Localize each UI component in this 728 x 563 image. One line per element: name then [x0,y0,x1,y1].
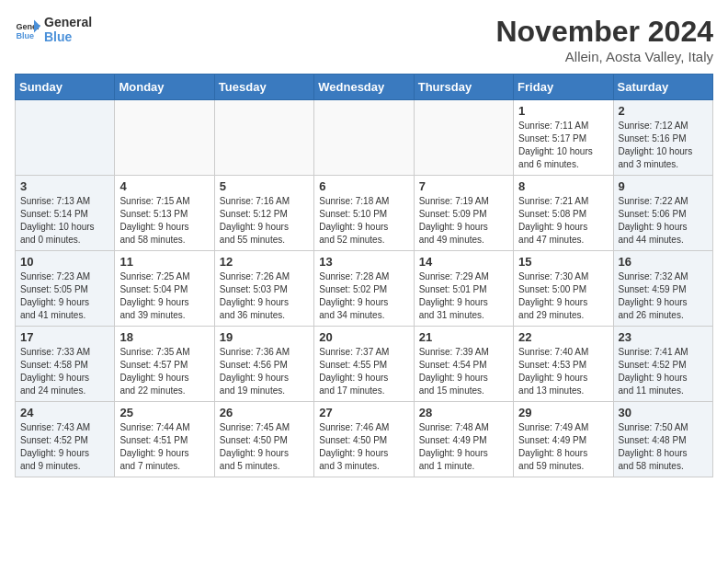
calendar-cell: 3Sunrise: 7:13 AM Sunset: 5:14 PM Daylig… [16,176,115,251]
day-number: 17 [20,330,109,344]
day-info: Sunrise: 7:46 AM Sunset: 4:50 PM Dayligh… [319,421,408,473]
calendar-cell: 9Sunrise: 7:22 AM Sunset: 5:06 PM Daylig… [613,176,712,251]
day-info: Sunrise: 7:28 AM Sunset: 5:02 PM Dayligh… [319,270,408,322]
week-row-1: 1Sunrise: 7:11 AM Sunset: 5:17 PM Daylig… [16,100,713,176]
day-info: Sunrise: 7:35 AM Sunset: 4:57 PM Dayligh… [119,346,209,397]
calendar-cell: 29Sunrise: 7:49 AM Sunset: 4:49 PM Dayli… [514,402,613,477]
svg-text:Blue: Blue [16,31,34,40]
weekday-header-saturday: Saturday [613,75,712,100]
weekday-header-row: SundayMondayTuesdayWednesdayThursdayFrid… [16,75,713,100]
day-number: 9 [619,179,708,193]
calendar-cell [16,100,115,176]
day-info: Sunrise: 7:19 AM Sunset: 5:09 PM Dayligh… [419,195,508,247]
weekday-header-tuesday: Tuesday [214,75,313,100]
day-number: 22 [518,330,608,344]
day-info: Sunrise: 7:22 AM Sunset: 5:06 PM Dayligh… [619,195,708,247]
day-number: 19 [220,330,309,344]
calendar-cell: 5Sunrise: 7:16 AM Sunset: 5:12 PM Daylig… [214,176,313,251]
calendar-cell: 1Sunrise: 7:11 AM Sunset: 5:17 PM Daylig… [514,100,613,176]
week-row-4: 17Sunrise: 7:33 AM Sunset: 4:58 PM Dayli… [16,327,713,402]
calendar-cell: 22Sunrise: 7:40 AM Sunset: 4:53 PM Dayli… [514,327,613,402]
calendar-cell [414,100,513,176]
week-row-5: 24Sunrise: 7:43 AM Sunset: 4:52 PM Dayli… [16,402,713,477]
calendar-cell: 10Sunrise: 7:23 AM Sunset: 5:05 PM Dayli… [16,251,115,327]
title-block: November 2024 Allein, Aosta Valley, Ital… [495,15,713,64]
day-number: 29 [518,406,608,419]
day-info: Sunrise: 7:40 AM Sunset: 4:53 PM Dayligh… [518,346,608,397]
day-info: Sunrise: 7:45 AM Sunset: 4:50 PM Dayligh… [220,421,309,473]
day-number: 13 [319,255,408,269]
calendar-cell [314,100,414,176]
calendar-cell: 2Sunrise: 7:12 AM Sunset: 5:16 PM Daylig… [613,100,712,176]
day-info: Sunrise: 7:39 AM Sunset: 4:54 PM Dayligh… [419,346,508,397]
day-info: Sunrise: 7:13 AM Sunset: 5:14 PM Dayligh… [20,195,109,247]
calendar-cell: 4Sunrise: 7:15 AM Sunset: 5:13 PM Daylig… [115,176,214,251]
day-number: 4 [119,179,209,193]
calendar-cell: 18Sunrise: 7:35 AM Sunset: 4:57 PM Dayli… [115,327,214,402]
calendar-cell: 17Sunrise: 7:33 AM Sunset: 4:58 PM Dayli… [16,327,115,402]
day-number: 16 [619,255,708,269]
calendar-cell: 6Sunrise: 7:18 AM Sunset: 5:10 PM Daylig… [314,176,414,251]
day-number: 6 [319,179,408,193]
calendar-cell: 28Sunrise: 7:48 AM Sunset: 4:49 PM Dayli… [414,402,513,477]
day-number: 25 [119,406,209,419]
calendar-cell: 11Sunrise: 7:25 AM Sunset: 5:04 PM Dayli… [115,251,214,327]
logo-line1: General [44,15,92,29]
calendar-cell [115,100,214,176]
day-number: 30 [619,406,708,419]
day-info: Sunrise: 7:18 AM Sunset: 5:10 PM Dayligh… [319,195,408,247]
day-number: 8 [518,179,608,193]
day-number: 18 [119,330,209,344]
calendar-cell: 16Sunrise: 7:32 AM Sunset: 4:59 PM Dayli… [613,251,712,327]
page-header: General Blue General Blue November 2024 … [15,15,713,64]
day-number: 20 [319,330,408,344]
day-number: 5 [220,179,309,193]
weekday-header-friday: Friday [514,75,613,100]
logo: General Blue General Blue [15,15,92,44]
day-info: Sunrise: 7:15 AM Sunset: 5:13 PM Dayligh… [119,195,209,247]
day-number: 28 [419,406,508,419]
calendar-cell: 25Sunrise: 7:44 AM Sunset: 4:51 PM Dayli… [115,402,214,477]
day-number: 1 [518,104,608,118]
logo-icon: General Blue [15,17,40,42]
day-number: 14 [419,255,508,269]
day-number: 15 [518,255,608,269]
day-info: Sunrise: 7:29 AM Sunset: 5:01 PM Dayligh… [419,270,508,322]
day-info: Sunrise: 7:26 AM Sunset: 5:03 PM Dayligh… [220,270,309,322]
day-number: 27 [319,406,408,419]
week-row-2: 3Sunrise: 7:13 AM Sunset: 5:14 PM Daylig… [16,176,713,251]
day-number: 26 [220,406,309,419]
week-row-3: 10Sunrise: 7:23 AM Sunset: 5:05 PM Dayli… [16,251,713,327]
day-info: Sunrise: 7:32 AM Sunset: 4:59 PM Dayligh… [619,270,708,322]
day-info: Sunrise: 7:37 AM Sunset: 4:55 PM Dayligh… [319,346,408,397]
calendar-cell [214,100,313,176]
calendar-cell: 27Sunrise: 7:46 AM Sunset: 4:50 PM Dayli… [314,402,414,477]
calendar-cell: 8Sunrise: 7:21 AM Sunset: 5:08 PM Daylig… [514,176,613,251]
calendar-table: SundayMondayTuesdayWednesdayThursdayFrid… [15,74,713,477]
day-info: Sunrise: 7:48 AM Sunset: 4:49 PM Dayligh… [419,421,508,473]
day-info: Sunrise: 7:33 AM Sunset: 4:58 PM Dayligh… [20,346,109,397]
day-info: Sunrise: 7:36 AM Sunset: 4:56 PM Dayligh… [220,346,309,397]
day-number: 12 [220,255,309,269]
day-number: 24 [20,406,109,419]
day-info: Sunrise: 7:44 AM Sunset: 4:51 PM Dayligh… [119,421,209,473]
calendar-cell: 7Sunrise: 7:19 AM Sunset: 5:09 PM Daylig… [414,176,513,251]
calendar-cell: 20Sunrise: 7:37 AM Sunset: 4:55 PM Dayli… [314,327,414,402]
day-number: 3 [20,179,109,193]
weekday-header-wednesday: Wednesday [314,75,414,100]
day-info: Sunrise: 7:23 AM Sunset: 5:05 PM Dayligh… [20,270,109,322]
day-info: Sunrise: 7:21 AM Sunset: 5:08 PM Dayligh… [518,195,608,247]
day-info: Sunrise: 7:16 AM Sunset: 5:12 PM Dayligh… [220,195,309,247]
calendar-cell: 30Sunrise: 7:50 AM Sunset: 4:48 PM Dayli… [613,402,712,477]
location: Allein, Aosta Valley, Italy [495,49,713,64]
day-number: 7 [419,179,508,193]
calendar-cell: 24Sunrise: 7:43 AM Sunset: 4:52 PM Dayli… [16,402,115,477]
weekday-header-sunday: Sunday [16,75,115,100]
day-info: Sunrise: 7:11 AM Sunset: 5:17 PM Dayligh… [518,120,608,171]
day-info: Sunrise: 7:41 AM Sunset: 4:52 PM Dayligh… [619,346,708,397]
day-info: Sunrise: 7:50 AM Sunset: 4:48 PM Dayligh… [619,421,708,473]
day-info: Sunrise: 7:49 AM Sunset: 4:49 PM Dayligh… [518,421,608,473]
day-number: 23 [619,330,708,344]
day-number: 2 [619,104,708,118]
month-title: November 2024 [495,15,713,49]
